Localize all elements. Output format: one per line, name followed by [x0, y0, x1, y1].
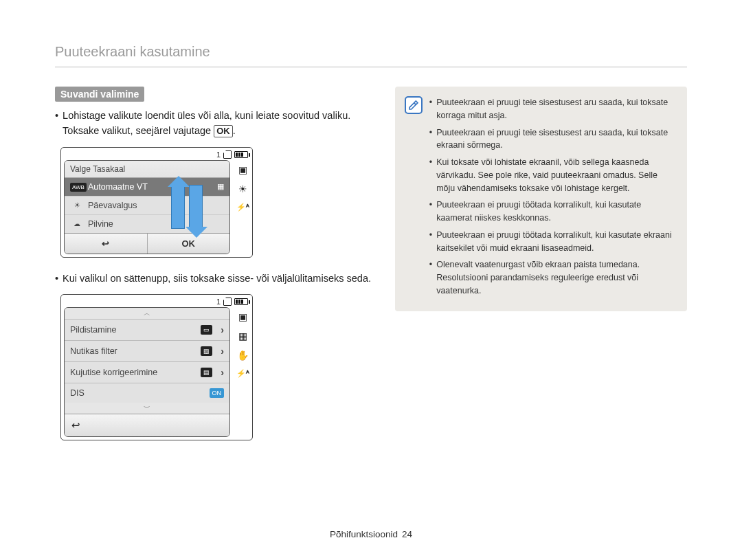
- awb-icon: AWB: [70, 183, 87, 192]
- chevron-right-icon: ›: [221, 324, 224, 335]
- image-count: 1: [216, 298, 221, 306]
- flash-auto-icon: ⚡ᴬ: [236, 369, 249, 378]
- camera-screen-settings: 1 ︿ Pildistamine ▭ ›: [60, 294, 253, 440]
- sun-icon: ☀: [70, 201, 84, 209]
- scroll-down-icon[interactable]: ﹀: [65, 403, 229, 414]
- setting-row[interactable]: Kujutise korrigeerimine ▤ ›: [65, 361, 229, 383]
- setting-row[interactable]: DIS ON: [65, 383, 229, 403]
- rating-icon: ▦: [217, 182, 224, 191]
- toggle-on[interactable]: ON: [210, 388, 225, 398]
- stabilization-icon: ✋: [237, 350, 249, 361]
- note-item: •Puuteekraan ei pruugi teie sisestusest …: [429, 126, 676, 153]
- flash-auto-icon: ⚡ᴬ: [236, 203, 249, 212]
- adjust-icon: ▤: [201, 368, 212, 377]
- back-button[interactable]: ↩: [65, 234, 148, 254]
- back-button[interactable]: ↩: [65, 414, 229, 436]
- image-count: 1: [216, 150, 221, 159]
- battery-icon: [234, 151, 248, 158]
- drag-indicator: [171, 185, 203, 229]
- page-title: Puuteekraani kasutamine: [55, 44, 687, 67]
- cloud-icon: ☁: [70, 220, 84, 227]
- mid-text: • Kui valikul on sättenupp, siis toksake…: [55, 271, 374, 287]
- chevron-right-icon: ›: [221, 367, 224, 378]
- resolution-icon: ▭: [201, 325, 212, 335]
- list-item[interactable]: ☀ Päevavalgus: [65, 196, 229, 214]
- chevron-right-icon: ›: [221, 346, 224, 357]
- camera-screen-white-balance: 1 Valge Tasakaal AWB Automaatne VT ▦: [60, 147, 253, 258]
- sd-card-icon: [223, 150, 232, 159]
- ok-inline-icon: OK: [214, 125, 233, 137]
- memory-icon: ▣: [238, 311, 247, 322]
- note-item: •Olenevalt vaatenurgast võib ekraan pais…: [429, 258, 676, 297]
- battery-icon: [234, 298, 248, 305]
- setting-row[interactable]: Nutikas filter ▧ ›: [65, 340, 229, 361]
- section-heading: Suvandi valimine: [55, 87, 144, 102]
- memory-icon: ▣: [238, 164, 247, 175]
- note-item: •Kui toksate või lohistate ekraanil, või…: [429, 156, 676, 194]
- list-item[interactable]: AWB Automaatne VT ▦: [65, 178, 229, 196]
- brightness-icon: ☀: [238, 183, 247, 194]
- scroll-up-icon[interactable]: ︿: [65, 308, 229, 319]
- note-item: •Puuteekraan ei pruugi töötada korraliku…: [429, 229, 676, 255]
- note-item: •Puuteekraan ei pruugi töötada korraliku…: [429, 199, 676, 225]
- note-item: •Puuteekraan ei pruugi teie sisestusest …: [429, 96, 676, 122]
- note-icon: [405, 96, 423, 114]
- setting-row[interactable]: Pildistamine ▭ ›: [65, 319, 229, 340]
- intro-text: • Lohistage valikute loendit üles või al…: [55, 109, 374, 139]
- sd-card-icon: [223, 298, 232, 306]
- panel-title: Valge Tasakaal: [65, 161, 229, 178]
- filter-icon: ▧: [201, 346, 212, 356]
- page-footer: Põhifunktsioonid24: [0, 529, 742, 539]
- resolution-side-icon: ▦: [238, 331, 247, 341]
- note-box: •Puuteekraan ei pruugi teie sisestusest …: [395, 87, 687, 311]
